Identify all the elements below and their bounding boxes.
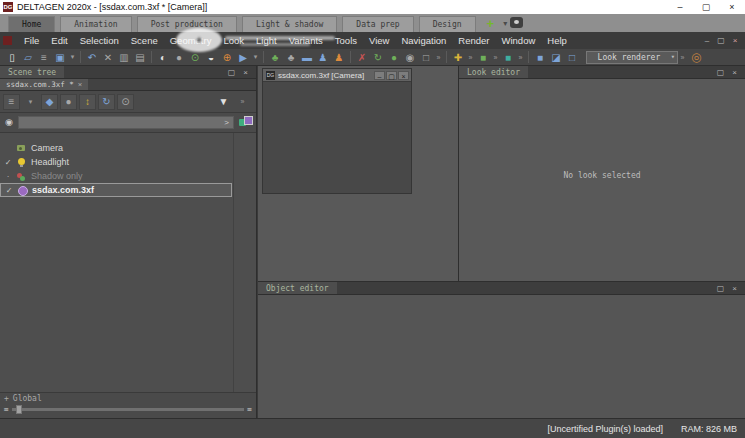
overflow-chevron-icon[interactable]: » [466,50,475,64]
looks-column-icon[interactable] [237,115,253,129]
minimize-button[interactable]: – [667,0,693,14]
monitor-icon[interactable]: ▬ [299,50,315,64]
aperture-icon[interactable]: ◎ [691,50,701,64]
paste-icon[interactable]: ▤ [132,50,148,64]
scene-tree-alt-icon[interactable]: ♣ [283,50,299,64]
material-sphere-icon[interactable]: ● [386,50,402,64]
ribbon-tab-light-shadow[interactable]: Light & shadow [242,16,337,32]
scene-tree-panel-tab[interactable]: Scene tree [0,66,64,78]
delete-icon[interactable]: ✕ [100,50,116,64]
tree-row-shadow-only[interactable]: · Shadow only [0,169,232,183]
tab-options-caret-icon[interactable]: ▾ [500,14,510,32]
menu-window[interactable]: Window [495,35,541,46]
screenshot-icon[interactable]: ◐ [155,50,171,64]
close-button[interactable]: × [719,0,745,14]
user-blue-icon[interactable]: ♟ [315,50,331,64]
tree-row-headlight[interactable]: ✓ Headlight [0,155,232,169]
locate-icon[interactable]: ● [60,94,77,110]
refresh-icon[interactable]: ↻ [98,94,115,110]
feedback-icon[interactable] [510,17,523,28]
maximize-button[interactable]: ▢ [693,0,719,14]
menu-edit[interactable]: Edit [45,35,73,46]
cube-wire2-icon[interactable]: □ [564,50,580,64]
toolbar-overflow-icon[interactable]: » [678,50,687,64]
slider-handle[interactable] [16,405,22,414]
renderer-dropdown[interactable]: Look renderer ▾ [586,51,678,64]
visibility-checkbox[interactable]: · [0,172,16,181]
overflow-chevron-icon[interactable]: » [516,50,525,64]
refresh-scene-icon[interactable]: ↻ [370,50,386,64]
mdi-restore-button[interactable]: ▢ [714,36,728,45]
viewport-maximize-button[interactable]: ▢ [386,71,397,80]
add-tab-button[interactable]: + [481,14,501,32]
menu-scene[interactable]: Scene [125,35,164,46]
tree-row-camera[interactable]: Camera [0,141,232,155]
copy-icon[interactable]: ▥ [116,50,132,64]
marquee-select-icon[interactable]: □ [418,50,434,64]
menu-render[interactable]: Render [452,35,495,46]
visibility-eye-icon[interactable]: ◉ [3,117,15,127]
open-file-icon[interactable]: ▱ [20,50,36,64]
ribbon-tab-data-prep[interactable]: Data prep [342,16,413,32]
fly-through-icon[interactable]: ▶ [235,50,251,64]
viewport-canvas[interactable] [263,82,411,193]
cube-solid-icon[interactable]: ■ [532,50,548,64]
viewport-window[interactable]: DG ssdax.com.3xf [Camera] – ▢ × [262,68,412,194]
menu-selection[interactable]: Selection [74,35,125,46]
close-panel-icon[interactable]: × [728,284,741,293]
display-mode-caret-icon[interactable]: ▾ [22,94,39,110]
user-orange-icon[interactable]: ♟ [331,50,347,64]
timeline-slider[interactable] [12,408,244,411]
material-library-icon[interactable]: ◉ [402,50,418,64]
mdi-minimize-button[interactable]: – [700,36,714,45]
scene-tree-tool-icon[interactable]: ♣ [267,50,283,64]
dome-light-icon[interactable]: ◒ [203,50,219,64]
cube-wire-icon[interactable]: ◪ [548,50,564,64]
delete-transform-icon[interactable]: ✗ [354,50,370,64]
ribbon-tab-home[interactable]: Home [8,16,55,32]
undo-icon[interactable]: ↶ [84,50,100,64]
menu-navigation[interactable]: Navigation [395,35,452,46]
overflow-chevron-icon[interactable]: » [434,50,443,64]
import-icon[interactable]: ≡ [36,50,52,64]
document-tab[interactable]: ssdax.com.3xf * × [0,79,88,90]
environment-sphere-icon[interactable]: ● [171,50,187,64]
viewport-minimize-button[interactable]: – [374,71,385,80]
sync-selection-icon[interactable]: ◆ [41,94,58,110]
box-teal-icon[interactable]: ■ [500,50,516,64]
tree-row-model[interactable]: ✓ ssdax.com.3xf [0,183,232,197]
overflow-chevron-icon[interactable]: » [491,50,500,64]
scene-tree-view[interactable]: Camera ✓ Headlight · Shadow only ✓ ssdax… [0,132,256,392]
breadcrumb-expand-icon[interactable]: > [224,118,229,127]
visibility-checkbox[interactable]: ✓ [1,186,17,195]
breadcrumb[interactable]: > [18,116,234,129]
ribbon-tab-design[interactable]: Design [419,16,476,32]
float-panel-icon[interactable]: ▢ [224,68,240,77]
box-green-icon[interactable]: ■ [475,50,491,64]
transform-gizmo-icon[interactable]: ✚ [450,50,466,64]
save-options-caret-icon[interactable]: ▾ [68,50,77,64]
float-panel-icon[interactable]: ▢ [713,284,729,293]
timer-icon[interactable]: ⊕ [219,50,235,64]
close-panel-icon[interactable]: × [239,68,252,77]
visibility-checkbox[interactable]: ✓ [0,158,16,167]
search-icon[interactable]: ⊙ [117,94,134,110]
timeline-end-icon[interactable]: ≡ [247,405,252,414]
close-tab-icon[interactable]: × [78,80,83,89]
display-mode-icon[interactable]: ≡ [3,94,20,110]
expand-collapse-icon[interactable]: ↕ [79,94,96,110]
ribbon-tab-animation[interactable]: Animation [60,16,131,32]
expander-icon[interactable]: + [4,394,9,403]
new-file-icon[interactable]: ▯ [4,50,20,64]
viewport-close-button[interactable]: × [398,71,409,80]
fly-options-caret-icon[interactable]: ▾ [251,50,260,64]
save-icon[interactable]: ▣ [52,50,68,64]
menu-file[interactable]: File [18,35,45,46]
look-editor-panel-tab[interactable]: Look editor [459,66,528,78]
mdi-close-button[interactable]: × [728,36,742,45]
timeline-start-icon[interactable]: ≡ [4,405,9,414]
tree-overflow-icon[interactable]: » [234,94,251,110]
filter-icon[interactable]: ▼ [215,94,232,110]
float-panel-icon[interactable]: ▢ [713,68,729,77]
viewport-title-bar[interactable]: DG ssdax.com.3xf [Camera] – ▢ × [263,69,411,82]
